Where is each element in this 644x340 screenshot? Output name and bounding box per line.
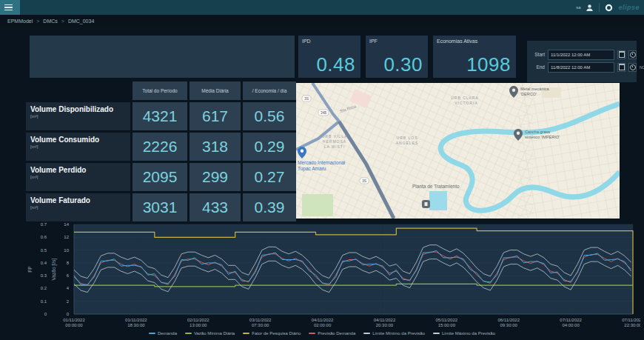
breadcrumb-item-dmcs[interactable]: DMCs: [43, 19, 57, 24]
svg-text:sintético 'IMPERIO': sintético 'IMPERIO': [525, 135, 560, 139]
dashboard: sa elipse EPMModel > DMCs > DMC_0034 IPD…: [0, 0, 644, 340]
calendar-icon[interactable]: [617, 50, 625, 59]
svg-text:Tupac Amaru: Tupac Amaru: [298, 166, 326, 172]
user-icon[interactable]: [586, 4, 594, 12]
table-cell: 4321: [133, 102, 187, 130]
svg-text:Vazão [l/s]: Vazão [l/s]: [51, 258, 57, 280]
legend-item-fator-pesquisa[interactable]: Fator de Pesquisa Diário: [243, 331, 301, 336]
table-cell: 3031: [133, 193, 187, 221]
table-cell: 0.29: [243, 133, 296, 161]
svg-text:HERMOSA: HERMOSA: [323, 139, 346, 144]
table-cell: 0.39: [243, 193, 296, 221]
table-header-economia: / Economia / dia: [243, 81, 296, 100]
elipse-logo: elipse: [618, 4, 640, 11]
svg-text:0.5: 0.5: [41, 248, 47, 253]
table-row-label: Volume Perdido[m³]: [26, 163, 130, 191]
kpi-card-ipf: IPF 0.30: [366, 36, 428, 78]
road-shield: 3S: [302, 96, 311, 101]
map-water-tank: [429, 191, 447, 210]
hamburger-menu-icon[interactable]: [0, 0, 20, 15]
table-row-label: Volume Consumido[m³]: [26, 133, 130, 161]
svg-text:03/11/202207:30:00: 03/11/202207:30:00: [249, 318, 272, 327]
title-panel: [30, 36, 295, 78]
poi-label: Metal mecánica: [520, 87, 549, 91]
breadcrumb-separator: >: [36, 19, 39, 24]
svg-text:04/11/202220:30:00: 04/11/202220:30:00: [374, 318, 396, 327]
now-button[interactable]: NOW: [640, 65, 644, 70]
svg-text:'DERCO': 'DERCO': [520, 92, 537, 96]
legend-item-limite-minimo[interactable]: Limite Mínimo da Previsão: [363, 331, 425, 336]
svg-text:8: 8: [67, 261, 70, 265]
legend-item-limite-maximo[interactable]: Limite Máximo da Previsão: [433, 331, 495, 336]
svg-text:4: 4: [67, 286, 70, 290]
kpi-label: IPD: [302, 39, 311, 44]
user-label: sa: [576, 5, 580, 10]
svg-text:3S: 3S: [304, 96, 309, 101]
clock-icon[interactable]: [628, 63, 637, 72]
divider: [599, 3, 600, 12]
date-range-panel: Start End NOW: [527, 41, 637, 82]
end-date-input[interactable]: [548, 62, 614, 73]
table-cell: 299: [189, 163, 241, 191]
svg-text:34B: 34B: [321, 111, 326, 115]
legend-item-vazao-minima[interactable]: Vazão Mínima Diária: [185, 331, 235, 336]
svg-text:FP: FP: [27, 266, 33, 272]
table-cell: 0.56: [243, 102, 296, 130]
road-shield: 34B: [318, 110, 329, 116]
svg-text:2: 2: [67, 299, 70, 304]
road-shield: 3S: [360, 178, 369, 184]
svg-text:0.2: 0.2: [41, 286, 47, 290]
poi-label-mercado: Mercado Internacional: [298, 160, 346, 165]
poi-label-planta: Planta de Tratamiento: [412, 184, 460, 189]
kpi-value: 1098: [466, 53, 511, 76]
svg-text:0.6: 0.6: [41, 235, 47, 239]
top-bar: sa elipse: [0, 0, 644, 15]
chart-legend: Demanda Vazão Mínima Diária Fator de Pes…: [0, 329, 644, 338]
table-cell: 318: [189, 133, 241, 161]
gear-icon[interactable]: [605, 4, 613, 12]
svg-text:10: 10: [64, 248, 69, 253]
svg-text:05/11/202215:00:00: 05/11/202215:00:00: [436, 318, 458, 327]
kpi-label: IPF: [369, 39, 378, 44]
svg-text:02/11/202213:00:00: 02/11/202213:00:00: [187, 318, 209, 327]
table-cell: 2095: [133, 163, 187, 191]
table-cell: 2226: [133, 133, 187, 161]
svg-text:01/11/202218:30:00: 01/11/202218:30:00: [125, 318, 147, 327]
svg-text:0.3: 0.3: [41, 273, 47, 278]
building-icon[interactable]: [422, 200, 430, 208]
kpi-card-ipd: IPD 0.48: [298, 36, 360, 78]
map[interactable]: 3S 34B 3S Sta Rosa URB CLARA VICTORIA UR…: [296, 83, 620, 219]
table-cell: 617: [189, 102, 241, 130]
svg-text:6: 6: [67, 273, 70, 278]
table-row-label: Volume Disponibilizado[m³]: [26, 102, 130, 130]
svg-text:12: 12: [64, 235, 69, 239]
legend-item-demanda[interactable]: Demanda: [149, 331, 177, 336]
district-label: URB CLARA: [451, 96, 479, 100]
breadcrumb: EPMModel > DMCs > DMC_0034: [0, 15, 644, 27]
legend-item-previsao[interactable]: Previsão Demanda: [309, 331, 355, 336]
table-cell: 433: [189, 193, 241, 221]
svg-text:LA MISTI: LA MISTI: [324, 144, 346, 149]
svg-text:07/11/202222:30:00: 07/11/202222:30:00: [622, 318, 640, 327]
clock-icon[interactable]: [628, 50, 637, 59]
end-date-label: End: [531, 64, 545, 70]
table-header-media: Média Diária: [189, 81, 241, 100]
poi-label: Cancha grass: [525, 130, 550, 134]
start-date-input[interactable]: [548, 50, 614, 60]
breadcrumb-separator: >: [61, 19, 64, 24]
table-header-empty: [26, 81, 130, 100]
svg-text:3S: 3S: [362, 179, 367, 183]
district-label: URB VILLA: [322, 134, 348, 139]
svg-text:0.1: 0.1: [41, 299, 47, 304]
kpi-label: Economias Ativas: [437, 39, 477, 44]
breadcrumb-item-dmc-0034[interactable]: DMC_0034: [68, 19, 94, 24]
map-park: [302, 194, 333, 216]
svg-text:14: 14: [64, 222, 69, 227]
breadcrumb-item-epmmodel[interactable]: EPMModel: [7, 19, 33, 24]
trend-chart: 0246810121400.10.20.30.40.50.60.701/11/2…: [24, 219, 640, 332]
calendar-icon[interactable]: [617, 63, 625, 72]
svg-text:0.4: 0.4: [41, 261, 47, 265]
start-date-label: Start: [531, 52, 545, 57]
svg-text:0: 0: [67, 312, 70, 316]
svg-text:01/11/202200:00:00: 01/11/202200:00:00: [63, 318, 85, 327]
